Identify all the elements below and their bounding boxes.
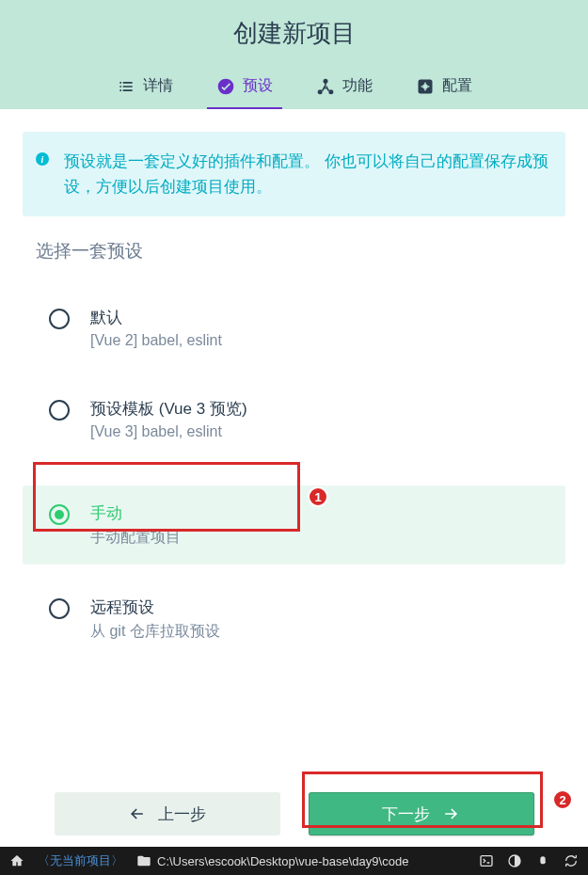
option-desc: 从 git 仓库拉取预设 (90, 622, 220, 642)
svg-point-5 (422, 84, 427, 88)
radio-icon (49, 400, 70, 421)
radio-icon (49, 598, 70, 619)
page-title: 创建新项目 (0, 17, 588, 67)
footer-buttons: 上一步 下一步 (0, 792, 588, 835)
svg-point-0 (217, 78, 233, 94)
preset-option-remote[interactable]: 远程预设 从 git 仓库拉取预设 (23, 580, 565, 659)
folder-icon (136, 853, 151, 868)
list-icon (117, 77, 135, 96)
tab-config[interactable]: 配置 (412, 67, 476, 109)
option-title: 手动 (90, 502, 181, 524)
info-text: 预设就是一套定义好的插件和配置。 你也可以将自己的配置保存成预设，方便以后创建项… (64, 149, 548, 199)
svg-rect-6 (481, 856, 492, 867)
next-button[interactable]: 下一步 (309, 792, 534, 835)
radio-icon (49, 504, 70, 525)
check-circle-icon (216, 77, 235, 96)
option-title: 远程预设 (90, 597, 220, 618)
info-icon: i (36, 152, 49, 166)
tab-features[interactable]: 功能 (312, 67, 376, 109)
refresh-icon[interactable] (564, 853, 579, 868)
tab-label: 预设 (243, 76, 273, 96)
settings-icon (416, 77, 435, 96)
arrow-right-icon (441, 804, 460, 823)
path-indicator[interactable]: C:\Users\escook\Desktop\vue-base\day9\co… (136, 853, 408, 868)
option-title: 默认 (90, 307, 222, 328)
info-box: i 预设就是一套定义好的插件和配置。 你也可以将自己的配置保存成预设，方便以后创… (23, 132, 565, 216)
preset-options: 默认 [Vue 2] babel, eslint 预设模板 (Vue 3 预览)… (23, 290, 565, 659)
preset-option-default[interactable]: 默认 [Vue 2] babel, eslint (23, 290, 565, 366)
status-bar: 〈无当前项目〉 C:\Users\escook\Desktop\vue-base… (0, 847, 588, 875)
back-button-label: 上一步 (158, 803, 206, 825)
section-title: 选择一套预设 (36, 239, 565, 263)
option-title: 预设模板 (Vue 3 预览) (90, 398, 247, 420)
tabs-bar: 详情 预设 功能 配置 (0, 67, 588, 109)
back-button[interactable]: 上一步 (55, 792, 280, 835)
tab-label: 功能 (342, 76, 373, 96)
preset-option-manual[interactable]: 手动 手动配置项目 (23, 485, 565, 565)
main-content: i 预设就是一套定义好的插件和配置。 你也可以将自己的配置保存成预设，方便以后创… (0, 109, 588, 659)
arrow-left-icon (128, 804, 147, 823)
header: 创建新项目 详情 预设 功能 配置 (0, 0, 588, 109)
tab-details[interactable]: 详情 (113, 67, 177, 109)
radio-icon (49, 309, 70, 329)
no-project-label[interactable]: 〈无当前项目〉 (38, 852, 123, 869)
tab-presets[interactable]: 预设 (213, 67, 277, 109)
bug-icon[interactable] (535, 853, 550, 868)
option-desc: [Vue 2] babel, eslint (90, 332, 222, 349)
option-desc: [Vue 3] babel, eslint (90, 423, 247, 440)
path-text: C:\Users\escook\Desktop\vue-base\day9\co… (157, 854, 408, 868)
tab-label: 配置 (442, 76, 472, 96)
terminal-icon[interactable] (479, 853, 494, 868)
hub-icon (316, 77, 335, 96)
preset-option-vue3preview[interactable]: 预设模板 (Vue 3 预览) [Vue 3] babel, eslint (23, 381, 565, 457)
contrast-icon[interactable] (507, 853, 522, 868)
next-button-label: 下一步 (382, 803, 430, 825)
home-button[interactable] (9, 853, 24, 868)
option-desc: 手动配置项目 (90, 528, 181, 548)
tab-label: 详情 (143, 76, 173, 96)
